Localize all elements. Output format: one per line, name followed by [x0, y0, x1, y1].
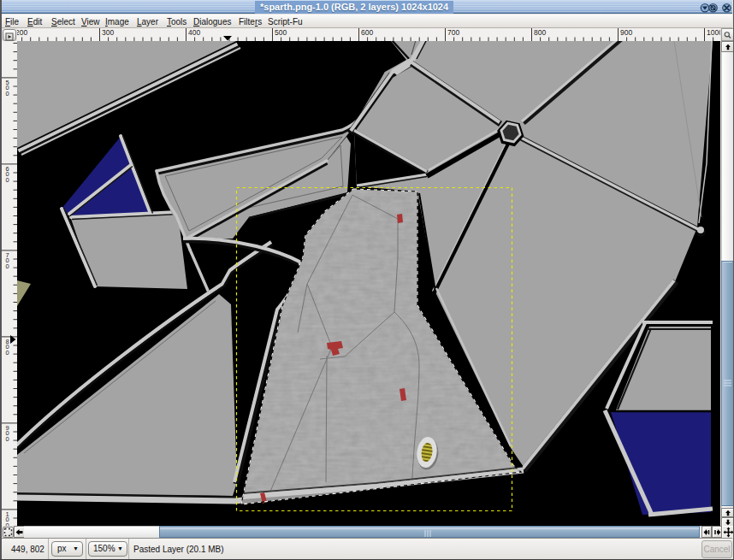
svg-text:500: 500 [275, 28, 287, 37]
svg-text:600: 600 [361, 28, 373, 37]
svg-text:900: 900 [620, 28, 632, 37]
svg-text:800: 800 [534, 28, 546, 37]
svg-text:1000: 1000 [707, 28, 720, 37]
svg-text:700: 700 [447, 28, 459, 37]
svg-text:0: 0 [6, 349, 9, 357]
svg-text:0: 0 [6, 176, 9, 184]
svg-text:0: 0 [6, 522, 9, 526]
svg-text:0: 0 [6, 262, 9, 270]
svg-text:200: 200 [17, 28, 27, 37]
svg-text:300: 300 [102, 28, 114, 37]
svg-text:0: 0 [6, 90, 9, 97]
svg-text:0: 0 [6, 435, 9, 443]
svg-text:400: 400 [188, 28, 200, 37]
